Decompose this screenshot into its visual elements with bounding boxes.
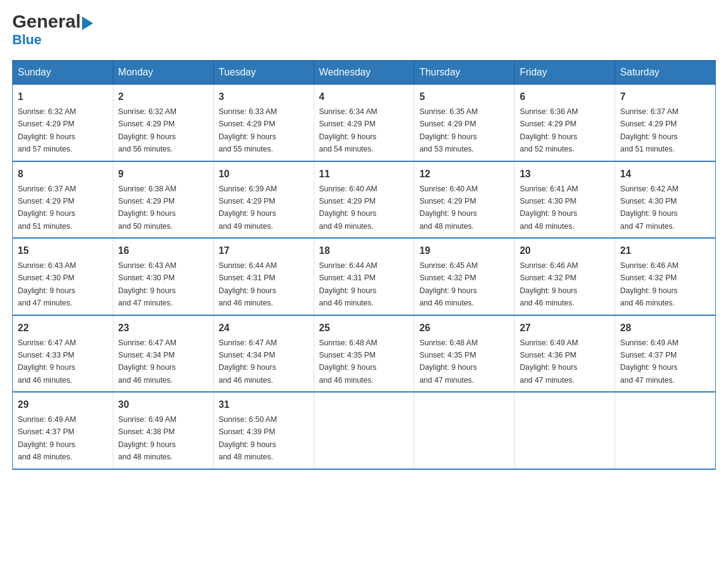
calendar-cell bbox=[414, 392, 515, 469]
day-number: 9 bbox=[118, 167, 208, 182]
calendar-cell bbox=[314, 392, 414, 469]
day-info: Sunrise: 6:32 AMSunset: 4:29 PMDaylight:… bbox=[18, 107, 76, 153]
day-info: Sunrise: 6:35 AMSunset: 4:29 PMDaylight:… bbox=[419, 107, 477, 153]
day-info: Sunrise: 6:40 AMSunset: 4:29 PMDaylight:… bbox=[319, 185, 377, 231]
day-info: Sunrise: 6:48 AMSunset: 4:35 PMDaylight:… bbox=[419, 339, 477, 385]
calendar-cell: 28 Sunrise: 6:49 AMSunset: 4:37 PMDaylig… bbox=[615, 315, 716, 393]
day-info: Sunrise: 6:48 AMSunset: 4:35 PMDaylight:… bbox=[319, 339, 377, 385]
day-number: 26 bbox=[419, 321, 509, 335]
day-number: 24 bbox=[219, 321, 309, 335]
logo-general: General bbox=[12, 12, 93, 31]
day-number: 16 bbox=[118, 243, 208, 258]
calendar-cell: 26 Sunrise: 6:48 AMSunset: 4:35 PMDaylig… bbox=[414, 315, 515, 393]
header-saturday: Saturday bbox=[615, 61, 716, 85]
day-info: Sunrise: 6:33 AMSunset: 4:29 PMDaylight:… bbox=[219, 107, 277, 153]
day-number: 2 bbox=[118, 90, 208, 104]
calendar-cell: 20 Sunrise: 6:46 AMSunset: 4:32 PMDaylig… bbox=[515, 238, 615, 315]
day-info: Sunrise: 6:46 AMSunset: 4:32 PMDaylight:… bbox=[520, 261, 578, 307]
day-info: Sunrise: 6:47 AMSunset: 4:34 PMDaylight:… bbox=[118, 339, 176, 385]
day-info: Sunrise: 6:37 AMSunset: 4:29 PMDaylight:… bbox=[18, 185, 76, 231]
calendar-cell: 29 Sunrise: 6:49 AMSunset: 4:37 PMDaylig… bbox=[13, 392, 113, 469]
header-tuesday: Tuesday bbox=[213, 61, 314, 85]
day-number: 13 bbox=[520, 167, 610, 182]
day-info: Sunrise: 6:44 AMSunset: 4:31 PMDaylight:… bbox=[319, 261, 377, 307]
day-number: 21 bbox=[620, 243, 710, 258]
day-number: 1 bbox=[18, 90, 108, 104]
logo: General Blue bbox=[12, 12, 93, 48]
calendar-cell bbox=[515, 392, 615, 469]
calendar-cell: 14 Sunrise: 6:42 AMSunset: 4:30 PMDaylig… bbox=[615, 161, 716, 239]
calendar-cell: 24 Sunrise: 6:47 AMSunset: 4:34 PMDaylig… bbox=[213, 315, 314, 393]
logo-blue-text: Blue bbox=[12, 32, 42, 48]
calendar-cell: 25 Sunrise: 6:48 AMSunset: 4:35 PMDaylig… bbox=[314, 315, 414, 393]
calendar-cell: 15 Sunrise: 6:43 AMSunset: 4:30 PMDaylig… bbox=[13, 238, 113, 315]
day-info: Sunrise: 6:47 AMSunset: 4:33 PMDaylight:… bbox=[18, 339, 76, 385]
day-info: Sunrise: 6:43 AMSunset: 4:30 PMDaylight:… bbox=[118, 261, 176, 307]
day-info: Sunrise: 6:39 AMSunset: 4:29 PMDaylight:… bbox=[219, 185, 277, 231]
day-info: Sunrise: 6:45 AMSunset: 4:32 PMDaylight:… bbox=[419, 261, 477, 307]
day-info: Sunrise: 6:44 AMSunset: 4:31 PMDaylight:… bbox=[219, 261, 277, 307]
calendar-cell: 7 Sunrise: 6:37 AMSunset: 4:29 PMDayligh… bbox=[615, 85, 716, 161]
day-number: 8 bbox=[18, 167, 108, 182]
day-number: 15 bbox=[18, 243, 108, 258]
day-number: 6 bbox=[520, 90, 610, 104]
day-number: 25 bbox=[319, 321, 409, 335]
day-info: Sunrise: 6:49 AMSunset: 4:38 PMDaylight:… bbox=[118, 415, 176, 461]
calendar-cell: 8 Sunrise: 6:37 AMSunset: 4:29 PMDayligh… bbox=[13, 161, 113, 239]
calendar-cell: 3 Sunrise: 6:33 AMSunset: 4:29 PMDayligh… bbox=[213, 85, 314, 161]
day-number: 10 bbox=[219, 167, 309, 182]
calendar-cell: 21 Sunrise: 6:46 AMSunset: 4:32 PMDaylig… bbox=[615, 238, 716, 315]
day-info: Sunrise: 6:40 AMSunset: 4:29 PMDaylight:… bbox=[419, 185, 477, 231]
day-info: Sunrise: 6:49 AMSunset: 4:37 PMDaylight:… bbox=[620, 339, 678, 385]
day-info: Sunrise: 6:50 AMSunset: 4:39 PMDaylight:… bbox=[219, 415, 277, 461]
calendar-cell: 12 Sunrise: 6:40 AMSunset: 4:29 PMDaylig… bbox=[414, 161, 515, 239]
calendar-week-row: 29 Sunrise: 6:49 AMSunset: 4:37 PMDaylig… bbox=[13, 392, 716, 469]
day-info: Sunrise: 6:37 AMSunset: 4:29 PMDaylight:… bbox=[620, 107, 678, 153]
day-number: 19 bbox=[419, 243, 509, 258]
header-friday: Friday bbox=[515, 61, 615, 85]
calendar-cell: 16 Sunrise: 6:43 AMSunset: 4:30 PMDaylig… bbox=[113, 238, 213, 315]
day-number: 11 bbox=[319, 167, 409, 182]
calendar-cell: 5 Sunrise: 6:35 AMSunset: 4:29 PMDayligh… bbox=[414, 85, 515, 161]
day-info: Sunrise: 6:46 AMSunset: 4:32 PMDaylight:… bbox=[620, 261, 678, 307]
calendar-week-row: 15 Sunrise: 6:43 AMSunset: 4:30 PMDaylig… bbox=[13, 238, 716, 315]
day-number: 18 bbox=[319, 243, 409, 258]
svg-marker-0 bbox=[82, 17, 93, 30]
calendar-cell bbox=[615, 392, 716, 469]
header-sunday: Sunday bbox=[13, 61, 113, 85]
page-header: General Blue bbox=[12, 12, 716, 48]
calendar-week-row: 22 Sunrise: 6:47 AMSunset: 4:33 PMDaylig… bbox=[13, 315, 716, 393]
day-info: Sunrise: 6:38 AMSunset: 4:29 PMDaylight:… bbox=[118, 185, 176, 231]
day-info: Sunrise: 6:47 AMSunset: 4:34 PMDaylight:… bbox=[219, 339, 277, 385]
day-number: 23 bbox=[118, 321, 208, 335]
day-number: 31 bbox=[219, 397, 309, 412]
calendar-week-row: 8 Sunrise: 6:37 AMSunset: 4:29 PMDayligh… bbox=[13, 161, 716, 239]
header-thursday: Thursday bbox=[414, 61, 515, 85]
calendar-cell: 4 Sunrise: 6:34 AMSunset: 4:29 PMDayligh… bbox=[314, 85, 414, 161]
day-info: Sunrise: 6:36 AMSunset: 4:29 PMDaylight:… bbox=[520, 107, 578, 153]
calendar-cell: 11 Sunrise: 6:40 AMSunset: 4:29 PMDaylig… bbox=[314, 161, 414, 239]
header-wednesday: Wednesday bbox=[314, 61, 414, 85]
day-number: 12 bbox=[419, 167, 509, 182]
day-info: Sunrise: 6:32 AMSunset: 4:29 PMDaylight:… bbox=[118, 107, 176, 153]
day-number: 7 bbox=[620, 90, 710, 104]
calendar-cell: 6 Sunrise: 6:36 AMSunset: 4:29 PMDayligh… bbox=[515, 85, 615, 161]
calendar-cell: 2 Sunrise: 6:32 AMSunset: 4:29 PMDayligh… bbox=[113, 85, 213, 161]
day-number: 5 bbox=[419, 90, 509, 104]
day-info: Sunrise: 6:34 AMSunset: 4:29 PMDaylight:… bbox=[319, 107, 377, 153]
calendar-cell: 19 Sunrise: 6:45 AMSunset: 4:32 PMDaylig… bbox=[414, 238, 515, 315]
day-number: 27 bbox=[520, 321, 610, 335]
calendar-cell: 23 Sunrise: 6:47 AMSunset: 4:34 PMDaylig… bbox=[113, 315, 213, 393]
day-info: Sunrise: 6:49 AMSunset: 4:37 PMDaylight:… bbox=[18, 415, 76, 461]
calendar-cell: 9 Sunrise: 6:38 AMSunset: 4:29 PMDayligh… bbox=[113, 161, 213, 239]
day-number: 20 bbox=[520, 243, 610, 258]
day-number: 3 bbox=[219, 90, 309, 104]
day-number: 17 bbox=[219, 243, 309, 258]
day-number: 4 bbox=[319, 90, 409, 104]
calendar-cell: 17 Sunrise: 6:44 AMSunset: 4:31 PMDaylig… bbox=[213, 238, 314, 315]
day-number: 28 bbox=[620, 321, 710, 335]
calendar-cell: 13 Sunrise: 6:41 AMSunset: 4:30 PMDaylig… bbox=[515, 161, 615, 239]
day-number: 14 bbox=[620, 167, 710, 182]
day-number: 22 bbox=[18, 321, 108, 335]
header-monday: Monday bbox=[113, 61, 213, 85]
